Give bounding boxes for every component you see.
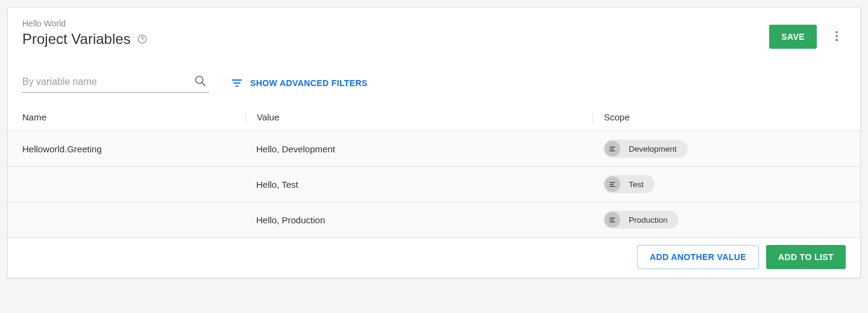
scope-icon <box>605 212 620 228</box>
search-field-wrap <box>22 73 209 93</box>
cell-value: Hello, Development <box>245 144 593 154</box>
svg-rect-12 <box>609 150 615 151</box>
scope-label: Test <box>629 180 644 189</box>
scope-label: Production <box>629 215 668 225</box>
column-header-scope[interactable]: Scope <box>593 112 846 122</box>
svg-rect-11 <box>609 148 613 149</box>
more-vert-icon <box>830 29 843 45</box>
scope-label: Development <box>629 144 677 153</box>
svg-point-4 <box>835 39 838 41</box>
cell-scope: Production <box>593 211 846 229</box>
svg-rect-10 <box>609 146 615 147</box>
add-another-value-button[interactable]: ADD ANOTHER VALUE <box>637 245 759 269</box>
svg-line-6 <box>203 83 206 86</box>
card-footer: ADD ANOTHER VALUE ADD TO LIST <box>8 238 860 277</box>
scope-chip[interactable]: Production <box>603 211 679 229</box>
column-header-value[interactable]: Value <box>245 112 593 122</box>
page-title: Project Variables <box>22 31 131 48</box>
filter-icon <box>231 77 243 89</box>
svg-rect-17 <box>609 219 613 220</box>
filters-row: SHOW ADVANCED FILTERS <box>8 49 860 104</box>
scope-icon <box>605 176 620 192</box>
svg-point-3 <box>835 35 838 37</box>
svg-point-5 <box>196 76 203 84</box>
overflow-menu-button[interactable] <box>828 25 846 49</box>
title-row: Project Variables <box>22 31 148 48</box>
cell-scope: Test <box>593 175 846 193</box>
title-block: Hello World Project Variables <box>22 19 148 48</box>
table-header: Name Value Scope <box>8 104 860 131</box>
column-header-name[interactable]: Name <box>22 112 245 122</box>
cell-value: Hello, Test <box>245 179 593 190</box>
scope-icon <box>605 141 620 156</box>
search-icon[interactable] <box>193 74 207 87</box>
help-icon[interactable] <box>137 34 148 45</box>
cell-name: Helloworld.Greeting <box>22 144 245 154</box>
table-row[interactable]: Hello, Production Production <box>8 202 860 238</box>
svg-rect-15 <box>609 186 615 187</box>
svg-rect-13 <box>609 182 615 182</box>
project-variables-card: Hello World Project Variables SAVE <box>7 7 861 278</box>
svg-rect-18 <box>609 222 615 222</box>
add-to-list-button[interactable]: ADD TO LIST <box>766 245 846 269</box>
show-advanced-filters-button[interactable]: SHOW ADVANCED FILTERS <box>231 77 368 89</box>
svg-point-2 <box>835 31 838 33</box>
header-actions: SAVE <box>769 25 846 49</box>
scope-chip[interactable]: Development <box>603 140 688 158</box>
cell-scope: Development <box>593 140 846 158</box>
search-input[interactable] <box>22 73 209 93</box>
breadcrumb: Hello World <box>22 19 148 28</box>
svg-rect-16 <box>609 217 615 218</box>
svg-rect-14 <box>609 184 613 184</box>
scope-chip[interactable]: Test <box>603 175 655 193</box>
card-header: Hello World Project Variables SAVE <box>8 8 860 49</box>
advanced-filters-label: SHOW ADVANCED FILTERS <box>250 78 368 88</box>
table-body: Helloworld.Greeting Hello, Development D… <box>8 131 860 238</box>
table-row[interactable]: Helloworld.Greeting Hello, Development D… <box>8 131 860 167</box>
cell-value: Hello, Production <box>245 215 593 225</box>
save-button[interactable]: SAVE <box>769 25 817 49</box>
svg-point-1 <box>142 41 142 42</box>
table-row[interactable]: Hello, Test Test <box>8 167 860 202</box>
